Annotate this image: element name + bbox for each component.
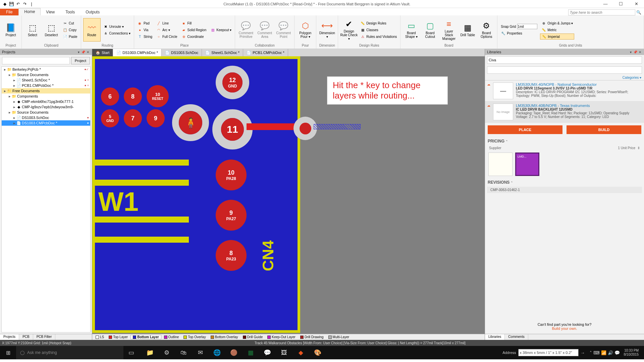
route-button[interactable]: 〰Route [83,18,101,42]
layer-ls[interactable]: LS [94,335,106,339]
preview-schematic[interactable] [488,153,513,176]
line-button[interactable]: ╱Line [155,20,178,26]
tray-keyboard-icon[interactable]: ⌨ [593,350,600,355]
library-search-input[interactable] [487,56,642,64]
tray-notify-icon[interactable]: 💬 [614,350,620,355]
cut-button[interactable]: ✂Cut [61,20,79,26]
classes-button[interactable]: ▦Classes [359,27,398,33]
build-button[interactable]: BUILD [567,125,641,134]
design-rules-button[interactable]: 📏Design Rules [359,20,398,26]
layer-tab[interactable]: Drill Guide [241,335,265,339]
select-button[interactable]: ⬚Select [24,18,41,42]
paste-button[interactable]: 📄Paste [61,34,79,40]
start-button[interactable]: ⊞ [0,350,16,356]
keepout-button[interactable]: ▨Keepout ▾ [209,27,233,33]
maximize-button[interactable]: ☐ [613,1,629,6]
projects-tree[interactable]: ▸📁Berkeley.PrjPcb *●✓▸📁Source Documents▸… [1,66,91,333]
project-menu-button[interactable]: Project [71,57,90,64]
tab-view[interactable]: View [41,9,60,15]
save-icon[interactable]: 💾 [9,1,14,7]
app-chrome[interactable]: 🌐 [209,346,225,359]
tab-outputs[interactable]: Outputs [80,9,105,15]
fill-button[interactable]: ■Fill [180,20,208,26]
snap-grid-input[interactable] [517,24,537,29]
pad-button[interactable]: ◉Pad [136,20,154,26]
tray-network-icon[interactable]: 📶 [601,350,606,355]
tree-row[interactable]: ▸📁Source Documents [2,110,90,115]
doc-tab[interactable]: 📄Sheet1.SchDoc * [202,49,243,56]
region-button[interactable]: ▰Solid Region [180,27,208,33]
drc-button[interactable]: ✔Design Rule Check ▾ [340,18,358,42]
task-view-button[interactable]: ▭ [123,346,139,359]
imperial-button[interactable]: 📏Imperial [540,34,574,40]
panel-menu-icon[interactable]: ▾ [76,50,80,54]
doc-tab[interactable]: 🏠Start [92,49,113,56]
tree-row[interactable]: ▸📄DS1003.SchDoc● [2,115,90,120]
tab-pcb-bottom[interactable]: PCB [19,334,33,340]
drill-table-button[interactable]: ▦Drill Table [459,18,476,42]
panel-menu-icon[interactable]: ▾ [629,50,633,54]
layer-tab[interactable]: Bottom Overlay [209,335,240,339]
via-button[interactable]: ●Via [136,27,154,33]
doc-tab[interactable]: 📄DS1003.SchDoc [162,49,202,56]
cortana-search[interactable]: ◯ Ask me anything [16,346,123,359]
projects-filter-input[interactable] [2,57,70,64]
app-settings[interactable]: ⚙ [159,346,174,359]
tab-comments-bottom[interactable]: Comments [505,334,528,340]
deselect-button[interactable]: ⬚Deselect [43,18,60,42]
library-item[interactable]: ☁▬▬LM3530UMX-40/NOPB - National Semicond… [485,80,644,102]
dimension-button[interactable]: ⟷Dimension ▾ [318,18,336,42]
address-input[interactable] [518,349,579,356]
layer-tab[interactable]: Drill Drawing [298,335,326,339]
layer-tab[interactable]: Bottom Layer [130,335,161,339]
app-photos[interactable]: 🖼 [276,346,292,359]
tray-up-icon[interactable]: ˄ [590,350,592,355]
close-panel-icon[interactable]: ✕ [638,50,642,54]
layer-tab[interactable]: Top Overlay [181,335,208,339]
undo-icon[interactable]: ↶ [15,1,21,7]
go-icon[interactable]: → [581,350,585,355]
tree-row[interactable]: ▸📁Components [2,94,90,99]
layer-tab[interactable]: Keep-Out Layer [265,335,298,339]
close-panel-icon[interactable]: ✕ [86,50,90,54]
tree-row[interactable]: ▸📁Free Documents [2,88,90,94]
close-button[interactable]: ✕ [629,1,644,6]
metric-button[interactable]: 📏Metric [540,27,574,33]
app-unknown[interactable]: 🟤 [226,346,241,359]
pin-icon[interactable]: 📌 [81,50,85,54]
tree-row[interactable]: ▸📄Sheet1.SchDoc *● + [2,77,90,83]
board-cutout-button[interactable]: ▢Board Cutout [421,18,439,42]
tree-row[interactable]: ▸◆CMP-lg9xzv7epb1hdwyow3m9- [2,104,90,110]
sort-icon[interactable]: ⇕ [637,146,640,150]
ribbon-search-input[interactable] [568,9,635,15]
pcb-canvas[interactable]: W1 CN4 6 8 10RESET 5GND 7 9 🧍 12GND 11 1… [92,56,485,334]
app-explorer[interactable]: 📁 [142,346,158,359]
app-circuitmaker[interactable]: ◆ [293,346,309,359]
preview-pcb[interactable]: LMD... [515,153,539,176]
comment-area-button[interactable]: 💬Comment Area [256,18,273,42]
tree-row[interactable]: ▸📄PCB1.CMPcbDoc *● + [2,83,90,88]
tab-home[interactable]: Home [18,8,41,15]
connections-button[interactable]: ⋔Connections ▾ [102,30,132,36]
tab-libraries-bottom[interactable]: Libraries [485,334,505,340]
circle-button[interactable]: ○Full Circle [155,34,178,40]
tree-row[interactable]: ▸◆CMP-ekmb6fxc71pg3nt0c777-1 [2,99,90,104]
app-excel[interactable]: ▦ [243,346,258,359]
doc-tab[interactable]: 📄PCB1.CMPcbDoc * [243,49,288,56]
revisions-header[interactable]: REVISIONS [485,178,644,187]
place-button[interactable]: PLACE [488,125,562,134]
layer-tab[interactable]: Outline [162,335,181,339]
redo-icon[interactable]: ↷ [22,1,28,7]
properties-button[interactable]: 🔧Properties [499,30,539,36]
revision-item[interactable]: CMP-0063-01462-1 [487,187,642,193]
app-paint[interactable]: 🎨 [310,346,325,359]
pin-icon[interactable]: 📌 [633,50,637,54]
arc-button[interactable]: ◠Arc ▾ [155,27,178,33]
copy-button[interactable]: 📋Copy [61,27,79,33]
lsm-button[interactable]: ≡Layer Stack Manager [440,18,458,42]
tab-tools[interactable]: Tools [60,9,80,15]
app-skype[interactable]: 💬 [260,346,275,359]
library-item[interactable]: ☁No ImageLM3530UMX-40B/NOPB - Texas Inst… [485,102,644,123]
minimize-button[interactable]: — [598,1,613,6]
tab-pcbfilter-bottom[interactable]: PCB Filter [33,334,56,340]
